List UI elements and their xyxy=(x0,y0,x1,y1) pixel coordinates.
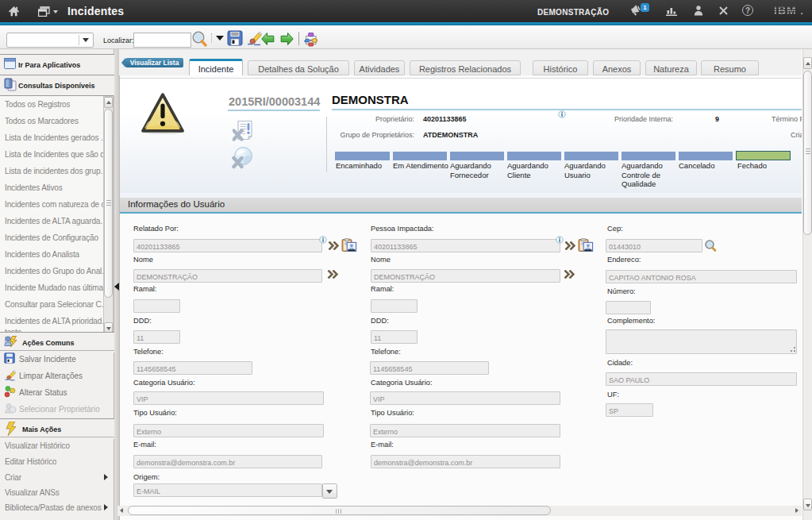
svg-text:IBM: IBM xyxy=(774,4,797,17)
